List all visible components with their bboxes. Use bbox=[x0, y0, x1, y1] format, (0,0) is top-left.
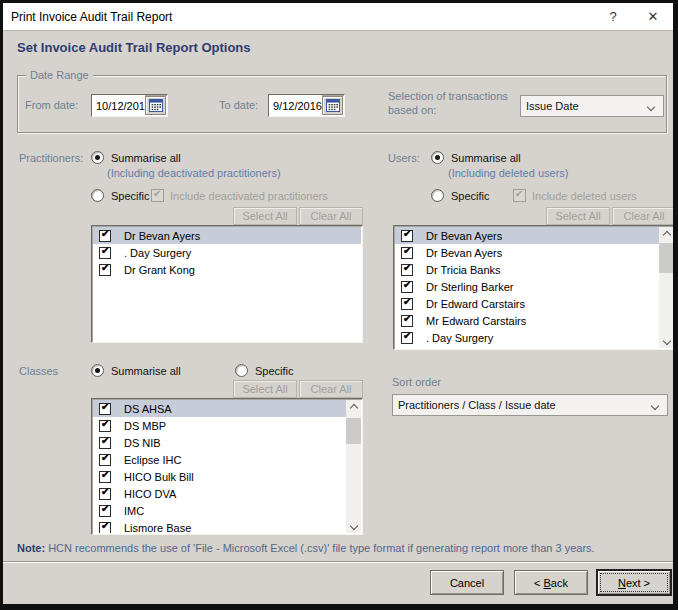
list-item[interactable]: HICO DVA bbox=[93, 485, 346, 502]
checkbox-checked-icon[interactable] bbox=[99, 264, 111, 276]
list-item[interactable]: Dr Gisele Everett bbox=[395, 346, 659, 348]
practitioners-label: Practitioners: bbox=[19, 152, 83, 164]
checkbox-checked-icon[interactable] bbox=[99, 505, 111, 517]
checkbox-checked-icon[interactable] bbox=[99, 230, 111, 242]
calendar-icon[interactable] bbox=[145, 96, 166, 115]
checkbox-checked-icon[interactable] bbox=[99, 403, 111, 415]
to-date-input[interactable] bbox=[269, 95, 322, 116]
classes-select-all-button[interactable]: Select All bbox=[233, 380, 297, 398]
calendar-glyph bbox=[149, 99, 163, 112]
classes-specific-radio[interactable] bbox=[235, 364, 248, 377]
practitioners-summarise-note: (Including deactivated practitioners) bbox=[107, 167, 281, 179]
dialog-print-invoice-audit-trail: Print Invoice Audit Trail Report ? ✕ Set… bbox=[0, 0, 678, 610]
list-item[interactable]: Dr Tricia Banks bbox=[395, 261, 659, 278]
practitioners-clear-all-button[interactable]: Clear All bbox=[299, 207, 363, 225]
scroll-down-icon[interactable] bbox=[346, 518, 361, 533]
list-item[interactable]: . Day Surgery bbox=[93, 244, 361, 261]
checkbox-checked-icon[interactable] bbox=[99, 522, 111, 534]
classes-specific-label: Specific bbox=[255, 365, 294, 377]
users-scrollbar[interactable] bbox=[659, 227, 674, 348]
page-title: Set Invoice Audit Trail Report Options bbox=[17, 40, 251, 55]
sort-order-value: Practitioners / Class / Issue date bbox=[398, 399, 556, 411]
scroll-up-icon[interactable] bbox=[659, 227, 674, 242]
scrollbar-thumb[interactable] bbox=[346, 418, 361, 444]
users-summarise-label: Summarise all bbox=[451, 152, 521, 164]
checkbox-checked-icon[interactable] bbox=[99, 454, 111, 466]
footer-divider bbox=[3, 561, 673, 563]
title-bar: Print Invoice Audit Trail Report ? ✕ bbox=[3, 3, 673, 31]
practitioners-select-all-button[interactable]: Select All bbox=[233, 207, 297, 225]
calendar-icon[interactable] bbox=[322, 96, 343, 115]
include-deleted-checkbox[interactable] bbox=[513, 189, 526, 202]
window-title: Print Invoice Audit Trail Report bbox=[3, 10, 593, 24]
list-item[interactable]: IMC bbox=[93, 502, 346, 519]
back-button[interactable]: < Back bbox=[514, 570, 588, 595]
list-item[interactable]: . Day Surgery bbox=[395, 329, 659, 346]
close-button[interactable]: ✕ bbox=[633, 3, 673, 30]
scroll-up-icon[interactable] bbox=[346, 400, 361, 415]
include-deactivated-checkbox[interactable] bbox=[151, 189, 164, 202]
users-summarise-note: (Including deleted users) bbox=[448, 167, 568, 179]
checkbox-checked-icon[interactable] bbox=[99, 488, 111, 500]
list-item[interactable]: DS NIB bbox=[93, 434, 346, 451]
checkbox-checked-icon[interactable] bbox=[401, 315, 413, 327]
list-item[interactable]: Mr Edward Carstairs bbox=[395, 312, 659, 329]
checkbox-checked-icon[interactable] bbox=[99, 471, 111, 483]
checkbox-checked-icon[interactable] bbox=[99, 420, 111, 432]
list-item[interactable]: HICO Bulk Bill bbox=[93, 468, 346, 485]
list-item[interactable]: Dr Bevan Ayers bbox=[395, 227, 659, 244]
close-icon: ✕ bbox=[648, 9, 659, 24]
checkbox-checked-icon[interactable] bbox=[401, 264, 413, 276]
list-item[interactable]: Eclipse IHC bbox=[93, 451, 346, 468]
list-item[interactable]: DS MBP bbox=[93, 417, 346, 434]
note-line: Note: HCN recommends the use of 'File - … bbox=[17, 542, 595, 554]
classes-clear-all-button[interactable]: Clear All bbox=[299, 380, 363, 398]
checkbox-checked-icon[interactable] bbox=[401, 298, 413, 310]
list-item[interactable]: Dr Bevan Ayers bbox=[395, 244, 659, 261]
checkbox-checked-icon[interactable] bbox=[401, 281, 413, 293]
checkbox-checked-icon[interactable] bbox=[401, 332, 413, 344]
scrollbar-thumb[interactable] bbox=[659, 243, 674, 273]
list-item[interactable]: Dr Sterling Barker bbox=[395, 278, 659, 295]
next-button[interactable]: Next > bbox=[597, 570, 671, 595]
checkbox-checked-icon[interactable] bbox=[401, 230, 413, 242]
help-button[interactable]: ? bbox=[593, 3, 633, 30]
users-clear-all-button[interactable]: Clear All bbox=[612, 207, 676, 225]
calendar-glyph bbox=[326, 99, 340, 112]
from-date-box bbox=[91, 94, 168, 117]
users-summarise-radio[interactable] bbox=[431, 151, 444, 164]
checkbox-checked-icon[interactable] bbox=[401, 247, 413, 259]
from-date-label: From date: bbox=[25, 99, 78, 111]
practitioners-list: Dr Bevan Ayers . Day Surgery Dr Grant Ko… bbox=[91, 225, 363, 343]
sort-order-select[interactable]: Practitioners / Class / Issue date bbox=[392, 394, 668, 416]
cancel-button[interactable]: Cancel bbox=[430, 570, 504, 595]
classes-summarise-radio[interactable] bbox=[91, 364, 104, 377]
classes-list: DS AHSA DS MBP DS NIB Eclipse IHC HICO B… bbox=[91, 398, 363, 535]
classes-label: Classes bbox=[19, 365, 58, 377]
to-date-box bbox=[268, 94, 345, 117]
list-item[interactable]: Dr Grant Kong bbox=[93, 261, 361, 278]
list-item[interactable]: Dr Edward Carstairs bbox=[395, 295, 659, 312]
classes-scrollbar[interactable] bbox=[346, 400, 361, 533]
users-select-all-button[interactable]: Select All bbox=[546, 207, 610, 225]
chevron-down-icon bbox=[651, 402, 659, 410]
from-date-input[interactable] bbox=[92, 95, 145, 116]
list-item[interactable]: Lismore Base bbox=[93, 519, 346, 533]
checkbox-checked-icon[interactable] bbox=[99, 247, 111, 259]
scroll-down-icon[interactable] bbox=[659, 333, 674, 348]
date-range-legend: Date Range bbox=[26, 69, 93, 81]
list-item[interactable]: Dr Bevan Ayers bbox=[93, 227, 361, 244]
checkbox-checked-icon[interactable] bbox=[99, 437, 111, 449]
list-item[interactable]: DS AHSA bbox=[93, 400, 346, 417]
note-text: HCN recommends the use of 'File - Micros… bbox=[48, 542, 594, 554]
note-prefix: Note: bbox=[17, 542, 45, 554]
users-specific-radio[interactable] bbox=[431, 189, 444, 202]
practitioners-summarise-label: Summarise all bbox=[111, 152, 181, 164]
practitioners-specific-radio[interactable] bbox=[91, 189, 104, 202]
classes-summarise-label: Summarise all bbox=[111, 365, 181, 377]
transaction-type-select[interactable]: Issue Date bbox=[520, 95, 664, 117]
users-label: Users: bbox=[388, 152, 420, 164]
include-deleted-label: Include deleted users bbox=[532, 190, 637, 202]
users-specific-label: Specific bbox=[451, 190, 490, 202]
practitioners-summarise-radio[interactable] bbox=[91, 151, 104, 164]
